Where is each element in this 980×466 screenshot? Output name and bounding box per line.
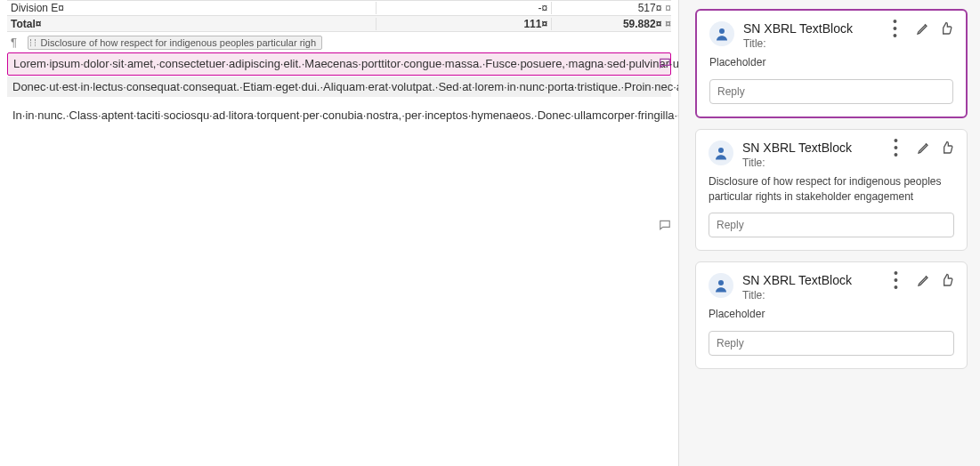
comment-author: SN XBRL TextBlock <box>742 273 885 287</box>
card-actions: • • • <box>894 273 954 287</box>
tagged-text-block-active[interactable]: Lorem·ipsum·dolor·sit·amet,·consectetuer… <box>7 52 671 76</box>
edit-icon[interactable] <box>917 141 931 155</box>
document-area: Division E¤ -¤ 517¤ ¤ Total¤ 111¤ 59.882… <box>0 0 678 466</box>
cell-value: -¤ <box>376 2 551 14</box>
table-row: Division E¤ -¤ 517¤ ¤ <box>7 0 671 16</box>
comment-author: SN XBRL TextBlock <box>743 21 884 36</box>
card-header: SN XBRL TextBlock Title: • • • <box>709 21 953 50</box>
table-row-total: Total¤ 111¤ 59.882¤ ¤ <box>7 16 671 32</box>
edit-icon[interactable] <box>916 21 930 36</box>
comment-gutter <box>657 0 678 466</box>
thumbs-up-icon[interactable] <box>939 21 953 36</box>
comment-card[interactable]: SN XBRL TextBlock Title: • • • Placehold… <box>695 9 968 118</box>
comment-author: SN XBRL TextBlock <box>742 141 885 155</box>
tagged-text-block[interactable]: Donec·ut·est·in·lectus·consequat·consequ… <box>7 76 671 98</box>
reply-input[interactable] <box>709 213 954 237</box>
comment-body: Placeholder <box>709 307 954 322</box>
comment-body: Placeholder <box>709 55 953 70</box>
reply-input[interactable] <box>709 331 954 356</box>
body-text[interactable]: In·in·nunc.·Class·aptent·taciti·sociosqu… <box>7 98 671 126</box>
more-icon[interactable]: • • • <box>894 141 908 155</box>
comment-bubble-icon[interactable] <box>657 57 673 69</box>
avatar <box>709 21 734 46</box>
edit-icon[interactable] <box>917 273 931 287</box>
avatar <box>709 273 733 298</box>
reply-input[interactable] <box>709 79 953 104</box>
comment-title-label: Title: <box>742 157 885 169</box>
app-root: Division E¤ -¤ 517¤ ¤ Total¤ 111¤ 59.882… <box>0 0 980 466</box>
more-icon[interactable]: • • • <box>894 273 908 287</box>
card-title-area: SN XBRL TextBlock Title: <box>743 21 884 50</box>
cell-label: Division E¤ <box>7 2 376 14</box>
avatar <box>709 141 733 165</box>
comment-title-label: Title: <box>743 37 884 50</box>
more-icon[interactable]: • • • <box>893 21 907 36</box>
card-title-area: SN XBRL TextBlock Title: <box>742 141 885 169</box>
comments-panel: SN XBRL TextBlock Title: • • • Placehold… <box>678 0 980 466</box>
card-title-area: SN XBRL TextBlock Title: <box>742 273 885 301</box>
svg-point-0 <box>719 28 725 34</box>
cell-value: 59.882¤ <box>551 18 665 30</box>
thumbs-up-icon[interactable] <box>940 141 954 155</box>
card-actions: • • • <box>893 21 953 36</box>
card-header: SN XBRL TextBlock Title: • • • <box>709 273 954 301</box>
xbrl-tag-label[interactable]: Disclosure of how respect for indigenous… <box>28 36 322 50</box>
data-table: Division E¤ -¤ 517¤ ¤ Total¤ 111¤ 59.882… <box>7 0 671 32</box>
cell-value: 517¤ <box>551 2 665 14</box>
comment-title-label: Title: <box>742 289 885 301</box>
svg-point-2 <box>718 280 724 285</box>
tag-text: Disclosure of how respect for indigenous… <box>41 37 316 48</box>
cell-value: 111¤ <box>376 18 551 30</box>
card-actions: • • • <box>894 141 954 155</box>
card-header: SN XBRL TextBlock Title: • • • <box>709 141 954 169</box>
comment-body: Disclosure of how respect for indigenous… <box>709 174 954 205</box>
thumbs-up-icon[interactable] <box>940 273 954 287</box>
comment-card[interactable]: SN XBRL TextBlock Title: • • • Placehold… <box>695 261 968 369</box>
comment-card[interactable]: SN XBRL TextBlock Title: • • • Disclosur… <box>695 129 968 252</box>
comment-bubble-icon[interactable] <box>657 219 673 231</box>
paragraph-mark: ¶ <box>11 36 17 49</box>
cell-label: Total¤ <box>7 18 376 30</box>
svg-point-1 <box>718 148 724 153</box>
